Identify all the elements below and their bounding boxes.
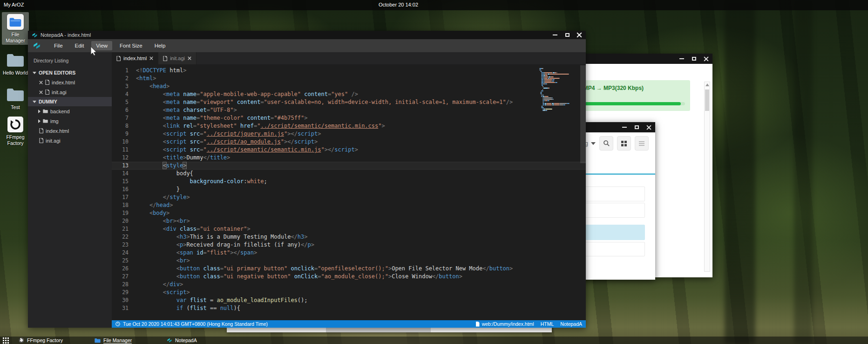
ffmpeg-icon bbox=[7, 117, 23, 132]
minimize-icon[interactable] bbox=[552, 32, 558, 38]
sidebar-item-index-html[interactable]: index.html bbox=[28, 126, 112, 136]
menu-bar: FileEditViewFont SizeHelp bbox=[28, 39, 586, 52]
code-line-7[interactable]: 7 <meta name="theme-color" content="#4b7… bbox=[112, 114, 586, 122]
desktop-icon-test[interactable]: Test bbox=[2, 85, 29, 112]
code-line-25[interactable]: 25 <br> bbox=[112, 257, 586, 265]
code-line-27[interactable]: 27 <button class="ui negative button" on… bbox=[112, 273, 586, 281]
aroz-menu[interactable]: My ArOZ bbox=[4, 2, 24, 7]
scrollbar[interactable] bbox=[704, 82, 710, 272]
taskbar-item-file-manager[interactable]: File Manager bbox=[95, 337, 132, 344]
close-icon[interactable] bbox=[39, 81, 43, 84]
sidebar-item-init-agi[interactable]: init.agi bbox=[28, 136, 112, 145]
desktop-icon-ffmpeg-factory[interactable]: FFmpeg Factory bbox=[2, 115, 29, 147]
maximize-icon[interactable] bbox=[564, 32, 570, 38]
item-label: backend bbox=[50, 109, 70, 114]
menu-help[interactable]: Help bbox=[150, 41, 170, 50]
code-line-10[interactable]: 10 <script src="../script/ao_module.js">… bbox=[112, 138, 586, 146]
code-text: body{ bbox=[136, 170, 193, 178]
sidebar-section-open-editors[interactable]: OPEN EDITORS bbox=[28, 68, 112, 77]
notepada-titlebar[interactable]: NotepadA - index.html bbox=[28, 31, 586, 39]
code-line-17[interactable]: 17 </style> bbox=[112, 193, 586, 201]
taskbar-item-ffmpeg-factory[interactable]: FFmpeg Factory bbox=[19, 337, 63, 344]
minimap[interactable] bbox=[539, 68, 578, 111]
code-line-28[interactable]: 28 </div> bbox=[112, 281, 586, 289]
code-line-18[interactable]: 18 </head> bbox=[112, 201, 586, 209]
grid-view-button[interactable] bbox=[617, 136, 631, 151]
desktop-icon-hello-world[interactable]: Hello World bbox=[2, 50, 29, 77]
sidebar-item-index-html[interactable]: index.html bbox=[28, 77, 112, 87]
code-text: <!DOCTYPE html> bbox=[136, 67, 186, 75]
code-text: <script> bbox=[136, 289, 190, 296]
line-number: 1 bbox=[112, 67, 136, 75]
code-text: <meta name="theme-color" content="#4b75f… bbox=[136, 114, 308, 122]
code-line-5[interactable]: 5 <meta name="viewport" content="user-sc… bbox=[112, 98, 586, 106]
list-view-icon bbox=[638, 140, 645, 147]
menu-font-size[interactable]: Font Size bbox=[115, 41, 147, 50]
code-line-29[interactable]: 29 <script> bbox=[112, 289, 586, 296]
line-number: 2 bbox=[112, 75, 136, 83]
close-icon[interactable] bbox=[149, 56, 153, 60]
status-file-path[interactable]: web:/Dummy/index.html bbox=[482, 321, 534, 327]
line-number: 18 bbox=[112, 201, 136, 209]
code-line-3[interactable]: 3 <head> bbox=[112, 83, 586, 90]
code-line-21[interactable]: 21 <div class="ui container"> bbox=[112, 225, 586, 233]
menu-file[interactable]: File bbox=[49, 41, 68, 50]
code-line-13[interactable]: 13 <style> bbox=[112, 162, 586, 170]
code-line-22[interactable]: 22 <h3>This is a Dummy Testing Module</h… bbox=[112, 233, 586, 241]
close-icon[interactable] bbox=[703, 56, 709, 62]
code-line-26[interactable]: 26 <button class="ui primary button" onc… bbox=[112, 265, 586, 273]
apps-grid-icon[interactable] bbox=[2, 337, 9, 344]
code-line-1[interactable]: 1<!DOCTYPE html> bbox=[112, 67, 586, 75]
section-label: DUMMY bbox=[39, 99, 57, 104]
code-line-15[interactable]: 15 background-color:white; bbox=[112, 178, 586, 186]
sidebar-item-img[interactable]: img bbox=[28, 116, 112, 126]
maximize-icon[interactable] bbox=[691, 56, 697, 62]
close-icon[interactable] bbox=[39, 90, 43, 94]
file-icon bbox=[45, 89, 49, 95]
taskbar-item-notepada[interactable]: NotepadA bbox=[167, 337, 197, 344]
close-icon[interactable] bbox=[188, 56, 191, 60]
search-button[interactable] bbox=[599, 136, 613, 151]
code-line-2[interactable]: 2<html> bbox=[112, 75, 586, 83]
code-line-31[interactable]: 31 if (flist == null){ bbox=[112, 304, 586, 312]
status-language[interactable]: HTML bbox=[541, 321, 554, 327]
code-line-8[interactable]: 8 <link rel="stylesheet" href="../script… bbox=[112, 122, 586, 130]
menu-edit[interactable]: Edit bbox=[70, 41, 89, 50]
code-line-30[interactable]: 30 var flist = ao_module_loadInputFiles(… bbox=[112, 296, 586, 304]
line-number: 10 bbox=[112, 138, 136, 146]
code-text: <div class="ui container"> bbox=[136, 225, 251, 233]
code-line-12[interactable]: 12 <title>Dummy</title> bbox=[112, 154, 586, 162]
list-view-button[interactable] bbox=[635, 136, 649, 151]
scrollbar-thumb[interactable] bbox=[705, 89, 709, 111]
close-icon[interactable] bbox=[576, 32, 582, 38]
code-text: <meta charset="UTF-8"> bbox=[136, 106, 237, 114]
code-line-20[interactable]: 20 <br><br> bbox=[112, 217, 586, 225]
tab-init-agi[interactable]: init.agi bbox=[158, 52, 197, 64]
line-number: 29 bbox=[112, 289, 136, 296]
sidebar-section-dummy[interactable]: DUMMY bbox=[28, 97, 112, 106]
sidebar-item-init-agi[interactable]: init.agi bbox=[28, 87, 112, 97]
code-line-16[interactable]: 16 } bbox=[112, 186, 586, 193]
minimize-icon[interactable] bbox=[622, 124, 627, 130]
scroll-up-icon[interactable] bbox=[705, 83, 709, 86]
code-line-23[interactable]: 23 <p>Received drag-in filelist (if any)… bbox=[112, 241, 586, 249]
code-line-14[interactable]: 14 body{ bbox=[112, 170, 586, 178]
minimize-icon[interactable] bbox=[679, 56, 685, 62]
tree-trunk bbox=[794, 0, 813, 344]
maximize-icon[interactable] bbox=[634, 124, 639, 130]
chevron-down-icon bbox=[33, 72, 36, 74]
code-line-19[interactable]: 19 <body> bbox=[112, 209, 586, 217]
code-area[interactable]: 1<!DOCTYPE html>2<html>3 <head>4 <meta n… bbox=[112, 64, 586, 320]
sidebar-item-backend[interactable]: backend bbox=[28, 106, 112, 116]
editor-scrollbar-thumb[interactable] bbox=[580, 65, 586, 163]
line-number: 24 bbox=[112, 249, 136, 257]
code-line-24[interactable]: 24 <span id="flist"></span> bbox=[112, 249, 586, 257]
code-line-4[interactable]: 4 <meta name="apple-mobile-web-app-capab… bbox=[112, 90, 586, 98]
code-line-9[interactable]: 9 <script src="../script/jquery.min.js">… bbox=[112, 130, 586, 138]
desktop-icon-file-manager[interactable]: File Manager bbox=[2, 12, 29, 45]
close-icon[interactable] bbox=[646, 124, 651, 130]
code-line-11[interactable]: 11 <script src="../script/semantic/seman… bbox=[112, 146, 586, 154]
tab-index-html[interactable]: index.html bbox=[112, 52, 158, 64]
notepada-logo-icon bbox=[32, 32, 38, 38]
code-line-6[interactable]: 6 <meta charset="UTF-8"> bbox=[112, 106, 586, 114]
